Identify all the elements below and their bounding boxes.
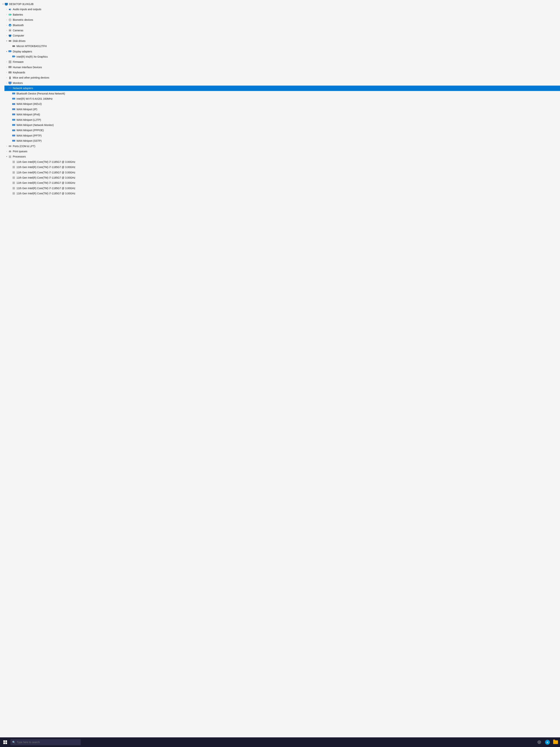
start-button[interactable]: [1, 739, 9, 746]
tree-item-monitors[interactable]: Monitors: [4, 80, 560, 85]
camera-icon: [8, 28, 12, 32]
cpu3-label: 11th Gen Intel(R) Core(TM) i7-1185G7 @ 3…: [17, 176, 75, 180]
tree-item-micron[interactable]: Micron MTFDKBA512TFH: [8, 44, 560, 49]
tree-item-wan-ikev2[interactable]: WAN Miniport (IKEv2): [8, 101, 560, 106]
tree-item-mice[interactable]: Mice and other pointing devices: [4, 75, 560, 80]
tree-item-network[interactable]: Network adapters: [4, 85, 560, 91]
wan-ikev2-label: WAN Miniport (IKEv2): [17, 102, 42, 106]
folder-icon: [553, 740, 558, 744]
tree-item-bt-pan[interactable]: Bluetooth Device (Personal Area Network): [8, 91, 560, 96]
expand-ports[interactable]: [5, 145, 8, 148]
tree-item-audio[interactable]: Audio inputs and outputs: [4, 7, 560, 12]
iris-icon: [12, 55, 16, 58]
expand-disk[interactable]: [5, 40, 8, 43]
tree-item-cpu3[interactable]: 11th Gen Intel(R) Core(TM) i7-1185G7 @ 3…: [8, 175, 560, 180]
tree-item-bluetooth[interactable]: ʙ Bluetooth: [4, 23, 560, 28]
tree-item-biometric[interactable]: 👁 Biometric devices: [4, 17, 560, 22]
wan-ipv6-icon: [12, 113, 16, 117]
svg-rect-37: [9, 67, 9, 68]
expand-audio[interactable]: [5, 8, 8, 11]
computer-root-icon: [4, 2, 8, 6]
tree-item-wifi[interactable]: Intel(R) Wi-Fi 6 AX201 160MHz: [8, 96, 560, 101]
wan-ip-icon: [12, 107, 16, 111]
tree-item-keyboards[interactable]: Keyboards: [4, 70, 560, 75]
svg-rect-54: [10, 84, 10, 84]
wan-l2tp-label: WAN Miniport (L2TP): [17, 118, 41, 122]
task-view-button[interactable]: [536, 739, 542, 745]
expand-bluetooth[interactable]: [5, 24, 8, 27]
tree-item-ports[interactable]: Ports (COM & LPT): [4, 144, 560, 149]
tree-item-wan-pptp[interactable]: WAN Miniport (PPTP): [8, 133, 560, 138]
wan-pptp-label: WAN Miniport (PPTP): [17, 134, 42, 138]
tree-item-iris[interactable]: Intel(R) Iris(R) Xe Graphics: [8, 54, 560, 59]
search-input[interactable]: [17, 741, 79, 744]
taskbar-right: e: [536, 739, 559, 745]
tree-item-hid[interactable]: Human Interface Devices: [4, 65, 560, 70]
file-explorer-button[interactable]: [553, 739, 559, 745]
tree-item-computer[interactable]: Computer: [4, 33, 560, 38]
svg-text:👁: 👁: [9, 19, 11, 21]
tree-item-wan-ipv6[interactable]: WAN Miniport (IPv6): [8, 112, 560, 117]
tree-item-wan-ip[interactable]: WAN Miniport (IP): [8, 107, 560, 112]
expand-root[interactable]: [1, 3, 4, 5]
tree-item-cpu5[interactable]: 11th Gen Intel(R) Core(TM) i7-1185G7 @ 3…: [8, 186, 560, 191]
svg-rect-25: [11, 51, 12, 52]
tree-item-cpu2[interactable]: 11th Gen Intel(R) Core(TM) i7-1185G7 @ 3…: [8, 170, 560, 175]
tree-item-firmware[interactable]: Firmware: [4, 59, 560, 65]
cpu1-label: 11th Gen Intel(R) Core(TM) i7-1185G7 @ 3…: [17, 165, 75, 169]
tree-item-wan-netmon[interactable]: WAN Miniport (Network Monitor): [8, 123, 560, 128]
tree-root[interactable]: DESKTOP-3LVKGJB: [1, 1, 560, 7]
svg-rect-1: [5, 5, 7, 5]
svg-rect-39: [10, 67, 11, 68]
svg-rect-34: [9, 67, 9, 67]
expand-cameras[interactable]: [5, 29, 8, 32]
svg-rect-104: [3, 740, 5, 742]
cpu6-icon: [12, 191, 16, 195]
expand-biometric[interactable]: [5, 18, 8, 21]
expand-batteries[interactable]: [5, 13, 8, 16]
expand-display[interactable]: [5, 50, 8, 53]
edge-browser-button[interactable]: e: [544, 739, 550, 745]
tree-item-disk[interactable]: Disk drives: [4, 38, 560, 44]
iris-label: Intel(R) Iris(R) Xe Graphics: [17, 55, 48, 59]
expand-keyboards[interactable]: [5, 71, 8, 74]
svg-rect-105: [5, 740, 7, 742]
tree-item-cpu6[interactable]: 11th Gen Intel(R) Core(TM) i7-1185G7 @ 3…: [8, 191, 560, 196]
ports-icon: [8, 144, 12, 148]
svg-rect-85: [9, 150, 11, 151]
expand-network[interactable]: [5, 87, 8, 90]
tree-item-print[interactable]: Print queues: [4, 149, 560, 154]
tree-item-cpu1[interactable]: 11th Gen Intel(R) Core(TM) i7-1185G7 @ 3…: [8, 164, 560, 170]
svg-rect-55: [9, 84, 11, 84]
expand-firmware[interactable]: [5, 60, 8, 63]
device-manager-panel: DESKTOP-3LVKGJB Audio inputs and outputs: [0, 0, 560, 737]
expand-processors[interactable]: [5, 155, 8, 158]
tree-item-cpu4[interactable]: 11th Gen Intel(R) Core(TM) i7-1185G7 @ 3…: [8, 180, 560, 185]
expand-mice[interactable]: [5, 76, 8, 79]
cpu4-label: 11th Gen Intel(R) Core(TM) i7-1185G7 @ 3…: [17, 181, 75, 185]
svg-rect-31: [9, 61, 10, 62]
tree-item-wan-pppoe[interactable]: WAN Miniport (PPPOE): [8, 128, 560, 133]
svg-rect-59: [10, 87, 11, 88]
tree-item-cameras[interactable]: Cameras: [4, 28, 560, 33]
tree-item-batteries[interactable]: Batteries: [4, 12, 560, 17]
expand-computer[interactable]: [5, 34, 8, 37]
tree-item-processors[interactable]: Processors: [4, 154, 560, 159]
root-label: DESKTOP-3LVKGJB: [9, 2, 33, 6]
svg-rect-38: [10, 67, 10, 68]
tree-item-wan-l2tp[interactable]: WAN Miniport (L2TP): [8, 117, 560, 123]
svg-rect-81: [9, 146, 9, 147]
wan-ipv6-label: WAN Miniport (IPv6): [17, 112, 40, 117]
expand-print[interactable]: [5, 150, 8, 153]
tree-item-wan-sstp[interactable]: WAN Miniport (SSTP): [8, 138, 560, 144]
biometric-label: Biometric devices: [13, 18, 33, 22]
tree-item-display[interactable]: Display adapters: [4, 49, 560, 54]
search-bar[interactable]: 🔍: [10, 739, 81, 745]
cpu1-icon: [12, 165, 16, 169]
expand-hid[interactable]: [5, 66, 8, 69]
bluetooth-icon: ʙ: [8, 23, 12, 27]
svg-point-51: [10, 77, 10, 78]
expand-monitors[interactable]: [5, 81, 8, 84]
tree-item-cpu0[interactable]: 11th Gen Intel(R) Core(TM) i7-1185G7 @ 3…: [8, 159, 560, 164]
svg-rect-83: [10, 146, 11, 147]
